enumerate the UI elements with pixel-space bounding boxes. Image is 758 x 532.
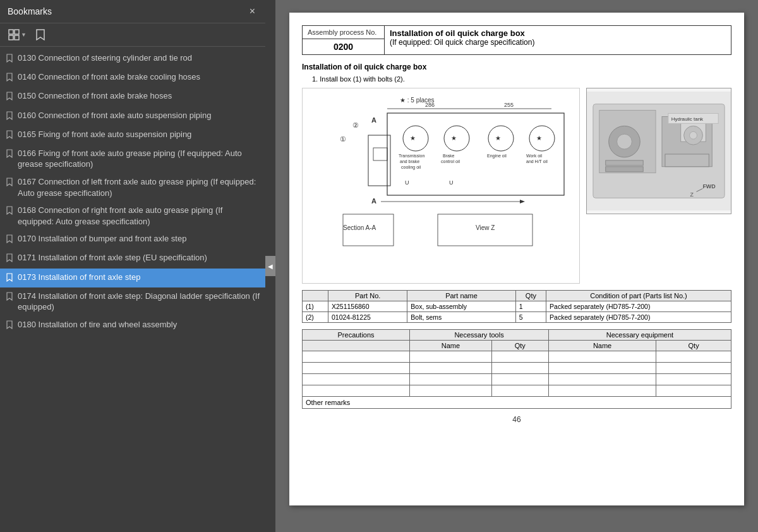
equip-qty-row2: [656, 363, 731, 374]
svg-point-56: [690, 131, 697, 139]
svg-rect-1: [15, 30, 19, 34]
page-number: 46: [302, 415, 731, 424]
parts-table: Part No. Part name Qty Condition of part…: [302, 290, 731, 323]
precautions-row1: [303, 351, 410, 363]
svg-text:Engine oil: Engine oil: [487, 154, 507, 159]
equip-name-row3: [548, 374, 656, 385]
close-button[interactable]: ×: [247, 5, 258, 18]
bookmark-item-b0160[interactable]: 0160 Connection of front axle auto suspe…: [0, 107, 265, 126]
equipment-qty-header: Qty: [656, 341, 731, 351]
bookmark-item-b0180[interactable]: 0180 Installation of tire and wheel asse…: [0, 316, 265, 335]
svg-marker-35: [520, 200, 525, 203]
doc-photo: Hydraulic tank FWD Z: [586, 88, 731, 214]
bookmark-item-b0166[interactable]: 0166 Fixing of front axle auto grease pi…: [0, 145, 265, 173]
tools-name-row2: [410, 363, 492, 374]
bookmark-item-label: 0150 Connection of front axle brake hose…: [18, 90, 260, 102]
bookmark-item-b0174[interactable]: 0174 Installation of front axle step: Di…: [0, 287, 265, 316]
parts-row0-col3: 1: [515, 301, 546, 312]
tools-qty-row2: [491, 363, 548, 374]
parts-row0-col4: Packed separately (HD785-7-200): [546, 301, 731, 312]
svg-text:★: ★: [495, 135, 501, 142]
bookmark-item-b0130[interactable]: 0130 Connection of steering cylinder and…: [0, 49, 265, 68]
tools-name-header: Name: [410, 341, 492, 351]
parts-col-index: [303, 291, 328, 301]
svg-text:①: ①: [340, 135, 346, 143]
parts-row0-col2: Box, sub-assembly: [407, 301, 515, 312]
bookmark-ribbon-icon: [6, 130, 13, 142]
tools-name-row4: [410, 385, 492, 397]
bookmark-item-b0167[interactable]: 0167 Connection of left front axle auto …: [0, 173, 265, 202]
bookmark-ribbon-icon: [6, 320, 13, 332]
other-remarks: Other remarks: [303, 397, 731, 409]
toolbar-bookmark-button[interactable]: [32, 27, 49, 42]
svg-rect-2: [9, 35, 13, 40]
bookmark-item-b0170[interactable]: 0170 Installation of bumper and front ax…: [0, 230, 265, 249]
doc-instruction: 1. Install box (1) with bolts (2).: [312, 75, 731, 83]
bookmark-ribbon-icon: [6, 253, 13, 265]
precautions-row2: [303, 363, 410, 374]
collapse-arrow-button[interactable]: ◀: [265, 256, 275, 276]
svg-text:and brake: and brake: [400, 159, 419, 164]
doc-title-line2: (If equipped: Oil quick charge specifica…: [390, 38, 726, 47]
parts-row1-col0: (2): [303, 312, 328, 323]
precautions-spacer: [303, 341, 410, 351]
svg-text:U: U: [405, 179, 409, 186]
bookmark-ribbon-icon: [6, 92, 13, 103]
photo-diagram: Hydraulic tank FWD Z: [587, 91, 731, 211]
svg-text:cooling oil: cooling oil: [401, 165, 421, 170]
bookmark-item-label: 0160 Connection of front axle auto suspe…: [18, 110, 260, 121]
tools-qty-row3: [491, 374, 548, 385]
bookmark-item-label: 0173 Installation of front axle step: [18, 272, 260, 283]
svg-rect-54: [606, 167, 643, 172]
svg-rect-15: [488, 126, 514, 151]
bookmark-item-b0140[interactable]: 0140 Connection of front axle brake cool…: [0, 68, 265, 87]
equip-qty-row4: [656, 385, 731, 397]
bookmark-item-label: 0165 Fixing of front axle auto suspensio…: [18, 129, 260, 140]
bookmark-ribbon-icon: [6, 273, 13, 284]
bookmark-item-label: 0171 Installation of front axle step (EU…: [18, 252, 260, 263]
toolbar-grid-button[interactable]: ▼: [5, 27, 30, 42]
precautions-row4: [303, 385, 410, 397]
svg-text:and H/T oil: and H/T oil: [526, 159, 548, 164]
parts-row1-col4: Packed separately (HD785-7-200): [546, 312, 731, 323]
svg-text:FWD: FWD: [702, 183, 716, 190]
bookmark-item-label: 0140 Connection of front axle brake cool…: [18, 71, 260, 83]
svg-point-45: [617, 134, 632, 149]
bookmarks-panel: Bookmarks × ▼ 0130 Connection of steerin…: [0, 0, 265, 532]
svg-text:View Z: View Z: [476, 224, 495, 231]
necessary-tools-header: Necessary tools: [410, 330, 549, 341]
bookmark-item-b0168[interactable]: 0168 Connection of right front axle auto…: [0, 202, 265, 230]
equip-name-row2: [548, 363, 656, 374]
svg-text:★: ★: [536, 135, 542, 142]
svg-rect-13: [403, 126, 428, 151]
parts-col-partno: Part No.: [328, 291, 407, 301]
svg-text:A: A: [371, 197, 376, 205]
bookmark-item-b0171[interactable]: 0171 Installation of front axle step (EU…: [0, 249, 265, 268]
equip-name-row4: [548, 385, 656, 397]
parts-row1-col1: 01024-81225: [328, 312, 407, 323]
svg-text:Hydraulic tank: Hydraulic tank: [671, 116, 703, 122]
assembly-process-label: Assembly process No.: [303, 26, 385, 39]
parts-row1-col2: Bolt, sems: [407, 312, 515, 323]
doc-content-row: ★ : 5 places ① ② 286 255 A: [302, 88, 731, 284]
precautions-header: Precautions: [303, 330, 410, 341]
bookmark-item-b0165[interactable]: 0165 Fixing of front axle auto suspensio…: [0, 126, 265, 145]
doc-title-line1: Installation of oil quick charge box: [390, 28, 726, 38]
parts-row0-col0: (1): [303, 301, 328, 312]
assembly-number: 0200: [303, 39, 385, 55]
svg-rect-3: [15, 35, 19, 40]
technical-diagram: ★ : 5 places ① ② 286 255 A: [305, 91, 577, 281]
tools-qty-row1: [491, 351, 548, 363]
svg-text:U: U: [449, 179, 454, 186]
bookmark-item-label: 0180 Installation of tire and wheel asse…: [18, 319, 260, 330]
tools-qty-header: Qty: [491, 341, 548, 351]
dropdown-arrow: ▼: [21, 32, 27, 38]
svg-text:★: ★: [410, 135, 416, 142]
equip-qty-row1: [656, 351, 731, 363]
parts-col-qty: Qty: [515, 291, 546, 301]
tools-qty-row4: [491, 385, 548, 397]
necessary-equipment-header: Necessary equipment: [548, 330, 731, 341]
bookmark-item-b0173[interactable]: 0173 Installation of front axle step: [0, 269, 265, 287]
parts-col-condition: Condition of part (Parts list No.): [546, 291, 731, 301]
bookmark-item-b0150[interactable]: 0150 Connection of front axle brake hose…: [0, 87, 265, 106]
